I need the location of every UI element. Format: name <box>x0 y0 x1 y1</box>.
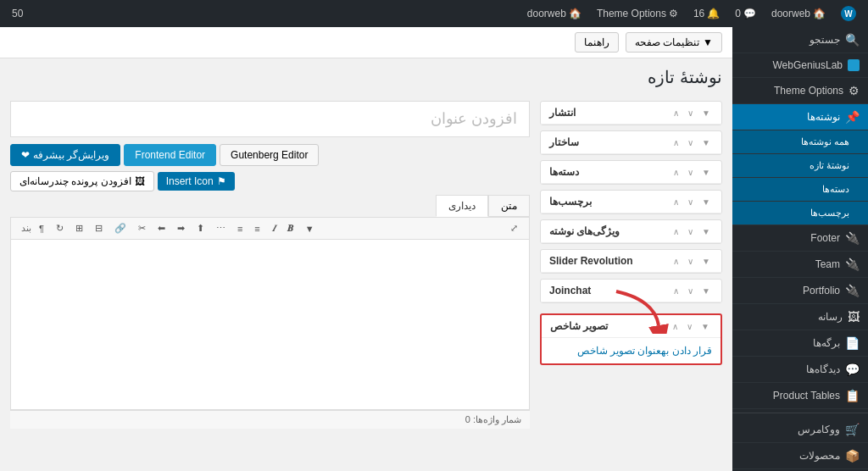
editor-body[interactable] <box>11 240 529 409</box>
tab-text[interactable]: متن <box>488 195 530 217</box>
unordered-list-btn[interactable]: ≡ <box>233 222 247 236</box>
metabox-tags-header[interactable]: ▼ ∨ ∧ برچسب‌ها <box>541 191 721 213</box>
metabox-joinchat-down[interactable]: ∨ <box>685 285 696 296</box>
metabox-featured-up[interactable]: ∧ <box>670 321 681 332</box>
page-settings-button[interactable]: ▼ تنظیمات صفحه <box>626 32 722 53</box>
paragraph-btn[interactable]: ¶ <box>35 222 48 236</box>
sidebar-item-search[interactable]: 🔍 جستجو <box>732 27 868 53</box>
adminbar-updates[interactable]: 🔔 16 <box>688 8 725 19</box>
align-left-btn[interactable]: ⬅ <box>153 221 170 236</box>
metabox-post-options-up[interactable]: ∧ <box>670 226 682 237</box>
doorweb-site-icon: 🏠 <box>569 8 581 19</box>
sidebar-item-woocommerce[interactable]: 🛒 ووکامرس <box>732 417 868 443</box>
sidebar-item-media[interactable]: 🖼 رسانه <box>732 304 868 330</box>
adminbar-comments[interactable]: 💬 0 <box>730 8 761 19</box>
metabox-categories-down[interactable]: ∨ <box>685 167 696 178</box>
metabox-format-header[interactable]: ▼ ∨ ∧ ساختار <box>541 131 721 154</box>
sidebar-item-pages[interactable]: 📄 برگه‌ها <box>732 330 868 357</box>
metabox-slider-up[interactable]: ∧ <box>670 256 682 267</box>
metabox-format-down[interactable]: ∨ <box>685 137 696 148</box>
theme-options-icon: ⚙ <box>669 8 678 19</box>
add-media-button[interactable]: 🖼 افزودن پرونده چندرسانه‌ای <box>10 171 154 191</box>
metabox-format-collapse[interactable]: ▼ <box>699 137 713 148</box>
metabox-joinchat-collapse[interactable]: ▼ <box>699 285 713 296</box>
bold-btn[interactable]: 𝑩 <box>283 221 298 236</box>
adminbar-theme-options[interactable]: ⚙ Theme Options <box>592 8 683 19</box>
sidebar-item-all-posts[interactable]: همه نوشته‌ها <box>732 130 868 154</box>
sidebar-item-webgenius[interactable]: WebGeniusLab <box>732 53 868 78</box>
more-btn[interactable]: ⋯ <box>212 221 230 236</box>
grid-btn[interactable]: ⊟ <box>91 221 107 236</box>
metabox-categories-up[interactable]: ∧ <box>670 167 682 178</box>
metabox-collapse-btn[interactable]: ▼ <box>699 108 713 119</box>
metabox-tags-collapse[interactable]: ▼ <box>699 197 713 208</box>
home-icon: 🏠 <box>813 8 826 19</box>
cut-btn[interactable]: ✂ <box>134 221 150 236</box>
italic-btn[interactable]: 𝑰 <box>268 221 280 236</box>
guides-button[interactable]: راهنما <box>575 32 619 53</box>
sidebar-search-label: جستجو <box>741 34 840 46</box>
table-btn[interactable]: ⊞ <box>71 221 87 236</box>
media-icon: 🖼 <box>848 310 860 324</box>
metabox-format-controls: ▼ ∨ ∧ <box>670 137 713 148</box>
gutenberg-editor-button[interactable]: Gutenberg Editor <box>220 144 319 166</box>
metabox-tags-down[interactable]: ∨ <box>685 197 696 208</box>
sidebar-item-tags[interactable]: برچسب‌ها <box>732 202 868 225</box>
metabox-joinchat-up[interactable]: ∧ <box>670 285 682 296</box>
sidebar-item-portfolio[interactable]: 🔌 Portfolio <box>732 278 868 304</box>
sidebar-item-categories[interactable]: دسته‌ها <box>732 178 868 202</box>
insert-icon-button[interactable]: ⚑ Insert Icon <box>158 172 235 191</box>
sidebar-all-posts-label: همه نوشته‌ها <box>741 136 849 147</box>
metabox-categories-controls: ▼ ∨ ∧ <box>670 167 713 178</box>
metabox-post-options-controls: ▼ ∨ ∧ <box>670 226 713 237</box>
metabox-featured-controls: ▼ ∨ ∧ <box>670 321 712 332</box>
metabox-featured-collapse[interactable]: ▼ <box>698 321 712 332</box>
sidebar-item-new-post[interactable]: نوشتهٔ تازه <box>732 154 868 178</box>
post-editor-column: Gutenberg Editor Frontend Editor ویرایش‌… <box>10 101 530 429</box>
media-add-icon: 🖼 <box>135 175 145 187</box>
post-title-input[interactable] <box>10 101 530 137</box>
adminbar-doorweb[interactable]: 🏠 doorweb <box>522 8 587 19</box>
metabox-featured-down[interactable]: ∨ <box>684 321 695 332</box>
sidebar-item-products[interactable]: 📦 محصولات <box>732 443 868 469</box>
metabox-format-up[interactable]: ∧ <box>670 137 682 148</box>
visual-editor-button[interactable]: ویرایش‌گر بیشرفه ❤ <box>10 144 120 166</box>
metabox-categories-header[interactable]: ▼ ∨ ∧ دسته‌ها <box>541 161 721 184</box>
refresh-btn[interactable]: ↻ <box>52 221 68 236</box>
adminbar-home[interactable]: 🏠 doorweb <box>766 8 831 19</box>
sidebar-item-footer[interactable]: 🔌 Footer <box>732 225 868 252</box>
metabox-slider-collapse[interactable]: ▼ <box>699 256 713 267</box>
metabox-chevron-up-btn[interactable]: ∧ <box>670 108 682 119</box>
sidebar-item-team[interactable]: 🔌 Team <box>732 252 868 278</box>
dropdown-btn[interactable]: ▼ <box>301 222 319 236</box>
ordered-list-btn[interactable]: ≡ <box>250 222 264 236</box>
page-heading: نوشتهٔ تازه <box>0 58 732 91</box>
metabox-slider-down[interactable]: ∨ <box>685 256 696 267</box>
align-right-btn[interactable]: ➡ <box>173 221 189 236</box>
metabox-categories-collapse[interactable]: ▼ <box>699 167 713 178</box>
adminbar-site-link[interactable]: W <box>836 6 861 21</box>
page-title: نوشتهٔ تازه <box>10 67 722 87</box>
tab-visual[interactable]: دیداری <box>436 195 488 217</box>
metabox-post-options-down[interactable]: ∨ <box>685 226 696 237</box>
sidebar-tags-label: برچسب‌ها <box>741 208 849 219</box>
woocommerce-icon: 🛒 <box>845 423 860 436</box>
featured-image-link[interactable]: قرار دادن بهعنوان تصویر شاخص <box>577 345 712 357</box>
theme-options-sidebar-icon: ⚙ <box>849 84 860 97</box>
sidebar-item-posts[interactable]: 📌 نوشته‌ها <box>732 104 868 130</box>
metabox-post-options-collapse[interactable]: ▼ <box>699 226 713 237</box>
metabox-post-options-header[interactable]: ▼ ∨ ∧ ویژگی‌های نوشته <box>541 220 721 243</box>
frontend-editor-button[interactable]: Frontend Editor <box>124 144 216 166</box>
sidebar-item-product-tables[interactable]: 📋 Product Tables <box>732 383 868 409</box>
sidebar-team-label: Team <box>741 258 840 270</box>
align-center-btn[interactable]: ⬆ <box>192 221 209 236</box>
metabox-chevron-down-btn[interactable]: ∨ <box>685 108 696 119</box>
adminbar-top-label[interactable]: 50 <box>7 8 28 19</box>
metabox-slider-header[interactable]: ▼ ∨ ∧ Slider Revolution <box>541 250 721 273</box>
sidebar-item-comments[interactable]: 💬 دیدگاه‌ها <box>732 357 868 383</box>
metabox-tags-up[interactable]: ∧ <box>670 197 682 208</box>
sidebar-item-theme-options[interactable]: ⚙ Theme Options <box>732 78 868 104</box>
metabox-publish-header[interactable]: ▼ ∨ ∧ انتشار <box>541 102 721 125</box>
link-btn[interactable]: 🔗 <box>110 221 131 236</box>
fullscreen-btn[interactable]: ⤢ <box>506 221 522 236</box>
